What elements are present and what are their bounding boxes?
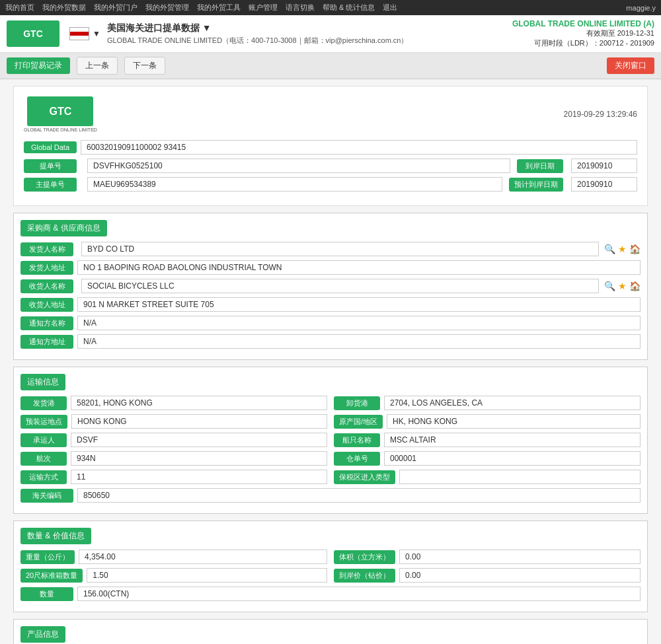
page-title: 美国海关进口提单数据 ▼ <box>107 22 512 34</box>
departure-value: 58201, HONG KONG <box>71 396 327 410</box>
shipper-section: 采购商 & 供应商信息 发货人名称 BYD CO LTD 🔍 ★ 🏠 发货人地址… <box>13 213 648 360</box>
warehouse-value: 000001 <box>384 451 641 466</box>
receiver-search-icon[interactable]: 🔍 <box>604 281 615 291</box>
vessel-col: 船只名称 MSC ALTAIR <box>334 433 641 447</box>
bill-number-row: 提单号 DSVFHKG0525100 到岸日期 20190910 <box>24 159 637 173</box>
doc-timestamp: 2019-09-29 13:29:46 <box>564 110 637 119</box>
est-arrival-value: 20190910 <box>571 177 637 192</box>
loading-value: HONG KONG <box>71 414 327 429</box>
logo-text: GTC <box>23 28 43 39</box>
sender-name-label: 发货人名称 <box>20 242 73 256</box>
sender-home-icon[interactable]: 🏠 <box>629 244 641 254</box>
nav-tools[interactable]: 我的外贸工具 <box>197 3 241 13</box>
product-section: 产品信息 集装箱编号 MRKU0803393（CN / L / CY） 集装箱尺… <box>13 619 648 644</box>
ldr-info: 可用时段（LDR）：200712 - 201909 <box>512 38 654 48</box>
validity-info: 有效期至 2019-12-31 <box>512 28 654 38</box>
arrival-date-label: 到岸日期 <box>517 159 563 173</box>
carrier-label: 承运人 <box>20 433 67 447</box>
sender-icons: 🔍 ★ 🏠 <box>604 244 641 254</box>
qty-value: 156.00(CTN) <box>77 587 641 601</box>
customs-label: 海关编码 <box>20 489 73 503</box>
doc-logo-sub: GLOBAL TRADE ONLINE LIMITED <box>24 127 97 132</box>
volume-col: 体积（立方米） 0.00 <box>334 550 641 564</box>
sender-star-icon[interactable]: ★ <box>618 244 627 254</box>
main-content: GTC GLOBAL TRADE ONLINE LIMITED 2019-09-… <box>0 79 661 644</box>
nav-home[interactable]: 我的首页 <box>5 3 34 13</box>
nav-help[interactable]: 帮助 & 统计信息 <box>323 3 375 13</box>
departure-col: 发货港 58201, HONG KONG <box>20 396 327 410</box>
top-navigation: 我的首页 我的外贸数据 我的外贸门户 我的外贸管理 我的外贸工具 账户管理 语言… <box>0 0 661 15</box>
user-info: maggie.y <box>626 4 656 12</box>
bonded-label: 保税区进入类型 <box>334 470 395 484</box>
top-toolbar: 打印贸易记录 上一条 下一条 关闭窗口 <box>0 53 661 79</box>
receiver-icons: 🔍 ★ 🏠 <box>604 281 641 291</box>
notify-name-row: 通知方名称 N/A <box>20 316 641 330</box>
transport-mode-row: 运输方式 11 保税区进入类型 <box>20 470 641 484</box>
weight-value: 4,354.00 <box>79 550 327 564</box>
origin-col: 原产国/地区 HK, HONG KONG <box>334 414 641 429</box>
nav-management[interactable]: 我的外贸管理 <box>145 3 189 13</box>
notify-addr-row: 通知方地址 N/A <box>20 334 641 349</box>
global-data-row: Global Data 60032019091100002 93415 <box>24 140 637 155</box>
voyage-row: 航次 934N 仓单号 000001 <box>20 451 641 466</box>
next-button[interactable]: 下一条 <box>124 57 165 75</box>
prev-button[interactable]: 上一条 <box>77 57 118 75</box>
nav-trade-data[interactable]: 我的外贸数据 <box>42 3 86 13</box>
validity-label: 有效期至 <box>586 29 615 37</box>
sender-addr-value: NO 1 BAOPING ROAD BAOLONG INDUSTRIAL TOW… <box>77 260 641 275</box>
vessel-label: 船只名称 <box>334 433 380 447</box>
weight-row: 重量（公斤） 4,354.00 体积（立方米） 0.00 <box>20 550 641 564</box>
receiver-name-row: 收货人名称 SOCIAL BICYCLES LLC 🔍 ★ 🏠 <box>20 279 641 293</box>
sender-search-icon[interactable]: 🔍 <box>604 244 615 254</box>
receiver-addr-value: 901 N MARKET STREET SUITE 705 <box>77 297 641 312</box>
nav-language[interactable]: 语言切换 <box>286 3 315 13</box>
container20-col: 20尺标准箱数量 1.50 <box>20 568 327 583</box>
global-data-value: 60032019091100002 93415 <box>81 140 637 155</box>
notify-name-label: 通知方名称 <box>20 316 73 330</box>
print-button[interactable]: 打印贸易记录 <box>7 57 70 74</box>
nav-portal[interactable]: 我的外贸门户 <box>94 3 137 13</box>
carrier-value: DSVF <box>71 433 327 447</box>
est-arrival-label: 预计到岸日期 <box>509 178 563 192</box>
header-title-area: 美国海关进口提单数据 ▼ GLOBAL TRADE ONLINE LIMITED… <box>107 22 512 46</box>
flag-label: ▼ <box>93 29 100 38</box>
arrival-date-group: 到岸日期 20190910 <box>517 159 637 173</box>
container20-value: 1.50 <box>87 568 327 583</box>
main-bill-row: 主提单号 MAEU969534389 预计到岸日期 20190910 <box>24 177 637 192</box>
weight-label: 重量（公斤） <box>20 550 75 564</box>
customs-value: 850650 <box>77 488 641 503</box>
product-section-header: 产品信息 <box>20 626 65 643</box>
bonded-value <box>399 470 641 484</box>
nav-logout[interactable]: 退出 <box>383 3 397 13</box>
transport-mode-label: 运输方式 <box>20 470 67 484</box>
transport-mode-value: 11 <box>71 470 327 484</box>
receiver-star-icon[interactable]: ★ <box>618 281 627 291</box>
shipper-section-header: 采购商 & 供应商信息 <box>20 220 107 236</box>
receiver-name-value: SOCIAL BICYCLES LLC <box>81 279 599 293</box>
receiver-addr-label: 收货人地址 <box>20 298 73 312</box>
notify-addr-value: N/A <box>77 334 641 349</box>
validity-date: 2019-12-31 <box>617 29 654 37</box>
main-bill-value: MAEU969534389 <box>87 177 502 192</box>
receiver-home-icon[interactable]: 🏠 <box>629 281 641 291</box>
sender-addr-row: 发货人地址 NO 1 BAOPING ROAD BAOLONG INDUSTRI… <box>20 260 641 275</box>
arrival-label: 卸货港 <box>334 396 380 410</box>
flag-area: ▼ <box>69 27 100 40</box>
arrival-col: 卸货港 2704, LOS ANGELES, CA <box>334 396 641 410</box>
qty-label: 数量 <box>20 587 73 601</box>
warehouse-col: 仓单号 000001 <box>334 451 641 466</box>
container20-row: 20尺标准箱数量 1.50 到岸价（钻价） 0.00 <box>20 568 641 583</box>
nav-links: 我的首页 我的外贸数据 我的外贸门户 我的外贸管理 我的外贸工具 账户管理 语言… <box>5 3 397 13</box>
site-header: GTC ▼ 美国海关进口提单数据 ▼ GLOBAL TRADE ONLINE L… <box>0 15 661 53</box>
global-data-label: Global Data <box>24 141 77 153</box>
carrier-row: 承运人 DSVF 船只名称 MSC ALTAIR <box>20 433 641 447</box>
arrival-value: 2704, LOS ANGELES, CA <box>384 396 641 410</box>
nav-account[interactable]: 账户管理 <box>249 3 278 13</box>
bill-number-label: 提单号 <box>24 159 77 173</box>
voyage-label: 航次 <box>20 452 67 466</box>
close-button[interactable]: 关闭窗口 <box>607 57 654 74</box>
container20-label: 20尺标准箱数量 <box>20 569 83 583</box>
arrival-price-label: 到岸价（钻价） <box>334 569 395 583</box>
quantity-section: 数量 & 价值信息 重量（公斤） 4,354.00 体积（立方米） 0.00 2… <box>13 520 648 612</box>
warehouse-label: 仓单号 <box>334 452 380 466</box>
